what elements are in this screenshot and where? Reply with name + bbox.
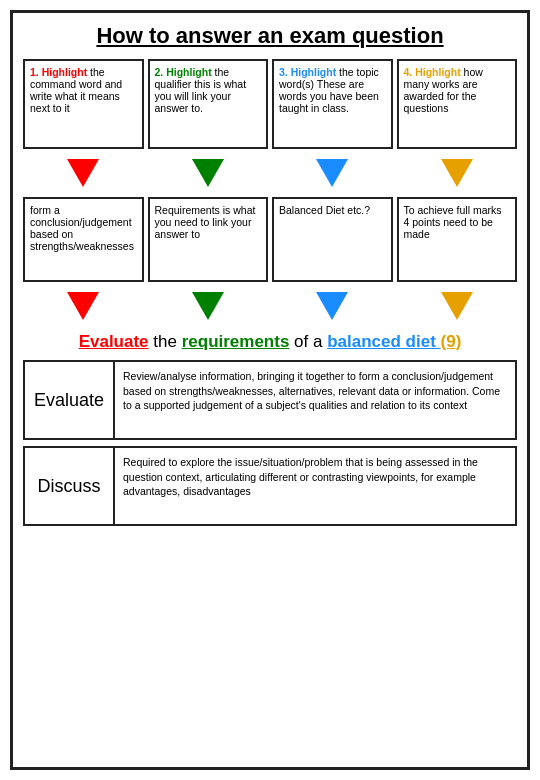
arrow-cell-4 [397, 159, 518, 187]
mid-row: form a conclusion/judgement based on str… [23, 197, 517, 282]
top-box-2: 2. Highlight the qualifier this is what … [148, 59, 269, 149]
top-row: 1. Highlight the command word and write … [23, 59, 517, 149]
sentence-row: Evaluate the requirements of a balanced … [23, 330, 517, 354]
arrow-blue [316, 159, 348, 187]
arrow-orange-2 [441, 292, 473, 320]
arrow-cell-6 [148, 292, 269, 320]
arrow-orange [441, 159, 473, 187]
top-box-4: 4. Highlight how many works are awarded … [397, 59, 518, 149]
requirements-word: requirements [182, 332, 290, 351]
mid-box-4: To achieve full marks 4 points need to b… [397, 197, 518, 282]
nine-word: (9) [441, 332, 462, 351]
arrow-cell-2 [148, 159, 269, 187]
step3-highlight: Highlight [291, 66, 337, 78]
arrow-green [192, 159, 224, 187]
arrow-row-2 [23, 288, 517, 324]
def-label-evaluate: Evaluate [25, 362, 115, 438]
arrow-cell-3 [272, 159, 393, 187]
top-box-3: 3. Highlight the topic word(s) These are… [272, 59, 393, 149]
arrow-red [67, 159, 99, 187]
mid-box-1: form a conclusion/judgement based on str… [23, 197, 144, 282]
def-discuss-label-text: Discuss [37, 476, 100, 497]
arrow-row-1 [23, 155, 517, 191]
arrow-cell-7 [272, 292, 393, 320]
arrow-cell-5 [23, 292, 144, 320]
def-box-discuss: Discuss Required to explore the issue/si… [23, 446, 517, 526]
step4-number: 4. [404, 66, 416, 78]
step4-highlight: Highlight [415, 66, 461, 78]
page-title: How to answer an exam question [23, 23, 517, 49]
def-box-evaluate: Evaluate Review/analyse information, bri… [23, 360, 517, 440]
mid-text-2: Requirements is what you need to link yo… [155, 204, 256, 240]
balanced-diet-word: balanced diet [327, 332, 440, 351]
mid-text-1: form a conclusion/judgement based on str… [30, 204, 134, 252]
mid-text-3: Balanced Diet etc.? [279, 204, 370, 216]
evaluate-word: Evaluate [79, 332, 149, 351]
step1-highlight: Highlight [42, 66, 88, 78]
arrow-cell-8 [397, 292, 518, 320]
def-discuss-text: Required to explore the issue/situation/… [115, 448, 515, 524]
mid-box-3: Balanced Diet etc.? [272, 197, 393, 282]
step1-number: 1. [30, 66, 42, 78]
def-evaluate-text: Review/analyse information, bringing it … [115, 362, 515, 438]
arrow-blue-2 [316, 292, 348, 320]
def-evaluate-label-text: Evaluate [34, 390, 104, 411]
arrow-cell-1 [23, 159, 144, 187]
arrow-green-2 [192, 292, 224, 320]
step2-number: 2. [155, 66, 167, 78]
def-label-discuss: Discuss [25, 448, 115, 524]
sentence-middle2: of a [294, 332, 327, 351]
main-container: How to answer an exam question 1. Highli… [10, 10, 530, 770]
arrow-red-2 [67, 292, 99, 320]
sentence-middle1: the [153, 332, 181, 351]
mid-box-2: Requirements is what you need to link yo… [148, 197, 269, 282]
step2-highlight: Highlight [166, 66, 212, 78]
mid-text-4: To achieve full marks 4 points need to b… [404, 204, 502, 240]
step3-number: 3. [279, 66, 291, 78]
top-box-1: 1. Highlight the command word and write … [23, 59, 144, 149]
